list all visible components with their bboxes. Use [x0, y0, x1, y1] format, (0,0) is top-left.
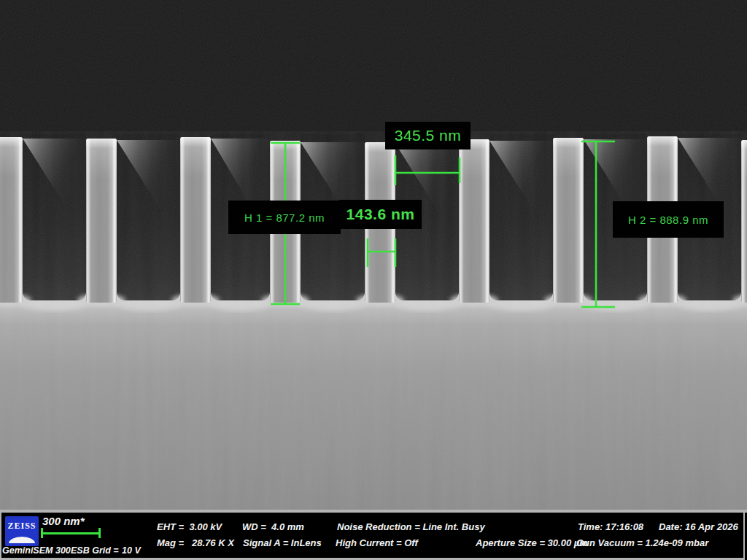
measurement-label-pitch: 345.5 nm [385, 122, 471, 149]
status-model: GeminiSEM 300 [2, 545, 71, 556]
scale-bar-line [42, 532, 101, 534]
status-wd: WD = 4.0 mm [242, 522, 304, 532]
status-date: Date: 16 Apr 2026 [659, 522, 738, 532]
measurement-label-height1: H 1 = 877.2 nm [228, 201, 341, 234]
sem-micrograph [0, 0, 747, 513]
status-high-current: High Current = Off [336, 538, 418, 548]
measurement-label-cd: 143.6 nm [339, 200, 422, 229]
status-gun-vacuum: Gun Vacuum = 1.24e-09 mbar [576, 538, 708, 548]
status-time: Time: 17:16:08 [578, 522, 643, 532]
scale-bar-tick-right [98, 528, 101, 538]
statusbar-edge-left [0, 510, 1, 560]
status-mag: Mag = 28.76 K X [157, 538, 234, 548]
sem-screenshot: 345.5 nm 143.6 nm H 1 = 877.2 nm H 2 = 8… [0, 0, 747, 560]
zeiss-logo-arc [9, 537, 35, 543]
status-noise-reduction: Noise Reduction = Line Int. Busy [337, 522, 485, 532]
status-signal-a: Signal A = InLens [243, 538, 322, 548]
scale-bar-tick-left [41, 528, 43, 538]
zeiss-logo-text: ZEISS [5, 521, 39, 532]
measurement-label-height2: H 2 = 888.9 nm [613, 201, 724, 238]
status-esb-grid-label: ESB Grid = [71, 545, 119, 556]
status-esb-grid-value: 10 V [122, 545, 141, 556]
scale-bar-label: 300 nm* [42, 516, 85, 526]
status-aperture-size: Aperture Size = 30.00 µm [476, 538, 588, 548]
status-eht: EHT = 3.00 kV [157, 522, 222, 532]
statusbar-edge-right [743, 510, 745, 560]
zeiss-logo: ZEISS [5, 516, 39, 546]
